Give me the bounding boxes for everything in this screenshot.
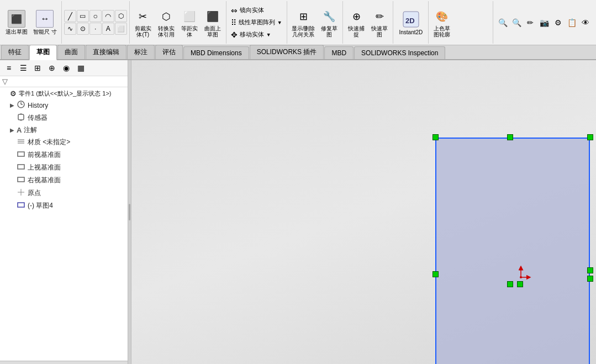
text-button[interactable]: A — [102, 23, 114, 35]
sidebar-icon-2[interactable]: ☰ — [17, 61, 30, 75]
handle-dim-1[interactable] — [507, 281, 513, 287]
exit-sketch-button[interactable]: ⬛ 退出草图 — [3, 8, 30, 36]
tree-item-annotation[interactable]: ▶ A 注解 — [1, 124, 126, 136]
quick-sketch-button[interactable]: ✏ 快速草图 — [368, 6, 391, 39]
convert-button[interactable]: ⬡ 转换实体引用 — [155, 6, 177, 39]
tab-solidworks-plugins[interactable]: SOLIDWORKS 插件 — [250, 45, 324, 59]
move-solid-button[interactable]: ✥ 移动实体 ▼ — [229, 29, 273, 40]
quick-snap-button[interactable]: ⊕ 快速捕捉 — [345, 6, 367, 39]
edit-icon[interactable]: ✏ — [524, 17, 536, 29]
tab-direct-edit[interactable]: 直接编辑 — [86, 45, 126, 59]
linear-array-label: 线性草图阵列 — [239, 18, 275, 27]
quick-snap-label: 快速捕捉 — [348, 25, 365, 38]
sketch4-label: (-) 草图4 — [28, 201, 53, 210]
handle-mid-left[interactable] — [433, 271, 439, 277]
list-icon[interactable]: 📋 — [566, 17, 578, 29]
handle-top-center[interactable] — [507, 134, 513, 140]
show-delete-button[interactable]: ⊞ 显示/删除几何关系 — [289, 6, 318, 39]
handle-dim-2[interactable] — [517, 281, 523, 287]
repair-label: 修复草图 — [321, 25, 337, 38]
repair-button[interactable]: 🔧 修复草图 — [318, 6, 340, 39]
sketch4-icon — [17, 201, 25, 211]
filter-icon[interactable]: ▽ — [2, 77, 8, 86]
search-icon-2[interactable]: 🔍 — [510, 17, 523, 29]
sidebar: ≡ ☰ ⊞ ⊕ ◉ ▦ ▽ ⚙ 零件1 (默认<<默认>_显示状态 1>) ▶ — [0, 60, 128, 364]
tab-sketch[interactable]: 草图 — [29, 45, 57, 60]
feature-tree: ⚙ 零件1 (默认<<默认>_显示状态 1>) ▶ History 传感器 — [0, 87, 128, 361]
svg-rect-5 — [18, 114, 24, 120]
tab-standard[interactable]: 标注 — [127, 45, 155, 59]
move-solid-label: 移动实体 — [240, 30, 264, 39]
canvas-area[interactable] — [131, 60, 596, 364]
trim-button[interactable]: ✂ 剪裁实体(T) — [132, 6, 154, 39]
instant2d-label: Instant2D — [399, 29, 423, 35]
circle-button[interactable]: ○ — [89, 10, 102, 22]
tab-mbd-dim[interactable]: MBD Dimensions — [183, 46, 249, 59]
offset-button[interactable]: ⬜ 等距实体 — [178, 6, 201, 39]
point-button[interactable]: · — [89, 23, 102, 35]
linear-array-button[interactable]: ⠿ 线性草图阵列 ▼ — [229, 17, 284, 28]
tree-item-material[interactable]: 材质 <未指定> — [1, 136, 126, 149]
sidebar-icon-3[interactable]: ⊞ — [31, 61, 44, 75]
tree-item-top[interactable]: 上视基准面 — [1, 161, 126, 174]
top-icon — [17, 162, 25, 173]
camera-icon[interactable]: 📷 — [538, 17, 550, 29]
tab-mbd[interactable]: MBD — [324, 46, 354, 59]
tree-item-history[interactable]: ▶ History — [1, 99, 126, 112]
construction-button[interactable]: ⬜ — [115, 23, 127, 35]
toolbar-group-1: ⬛ 退出草图 ↔ 智能尺 寸 — [1, 1, 62, 44]
ellipse-button[interactable]: ⊙ — [77, 23, 89, 35]
top-label: 上视基准面 — [28, 163, 61, 172]
tree-item-part1[interactable]: ⚙ 零件1 (默认<<默认>_显示状态 1>) — [1, 88, 126, 99]
gear-icon[interactable]: ⚙ — [552, 17, 564, 29]
sidebar-icon-6[interactable]: ▦ — [74, 61, 87, 75]
color-sketch-button[interactable]: 🎨 上色草图轮廓 — [431, 6, 453, 39]
canvas-background — [131, 60, 596, 364]
smart-dim-label: 智能尺 寸 — [33, 29, 57, 35]
part1-label: 零件1 (默认<<默认>_显示状态 1>) — [19, 89, 112, 98]
tree-item-front[interactable]: 前视基准面 — [1, 149, 126, 161]
color-sketch-label: 上色草图轮廓 — [434, 25, 450, 38]
handle-top-right[interactable] — [587, 134, 593, 140]
exit-sketch-label: 退出草图 — [6, 29, 28, 35]
rect-button[interactable]: ▭ — [77, 10, 89, 22]
surface-sketch-button[interactable]: ⬛ 曲面上草图 — [202, 6, 224, 39]
svg-rect-13 — [18, 177, 24, 182]
quick-sketch-label: 快速草图 — [371, 25, 388, 38]
tabs-bar: 特征 草图 曲面 直接编辑 标注 评估 MBD Dimensions SOLID… — [0, 45, 596, 60]
sidebar-icon-4[interactable]: ⊕ — [45, 61, 59, 75]
show-delete-label: 显示/删除几何关系 — [292, 25, 315, 38]
handle-top-left[interactable] — [433, 134, 439, 140]
spline-button[interactable]: ∿ — [64, 23, 76, 35]
svg-rect-12 — [18, 165, 24, 169]
handle-mid-right[interactable] — [587, 267, 593, 273]
sidebar-icon-1[interactable]: ≡ — [2, 61, 15, 75]
toolbar-group-7: 2D Instant2D — [393, 1, 429, 44]
tree-item-sketch4[interactable]: (-) 草图4 — [1, 199, 126, 212]
tab-feature[interactable]: 特征 — [1, 45, 29, 59]
smart-dim-button[interactable]: ↔ 智能尺 寸 — [31, 8, 59, 36]
tab-surface[interactable]: 曲面 — [57, 45, 85, 59]
annotation-icon: A — [17, 126, 22, 134]
offset-label: 等距实体 — [181, 25, 198, 38]
material-label: 材质 <未指定> — [28, 138, 70, 147]
toolbar-group-6: ⊕ 快速捕捉 ✏ 快速草图 — [343, 1, 393, 44]
tab-evaluate[interactable]: 评估 — [155, 45, 183, 59]
tree-item-sensor[interactable]: 传感器 — [1, 112, 126, 124]
polygon-button[interactable]: ⬡ — [115, 10, 127, 22]
instant2d-button[interactable]: 2D Instant2D — [397, 8, 425, 37]
origin-icon — [17, 188, 25, 198]
tree-item-origin[interactable]: 原点 — [1, 187, 126, 199]
line-button[interactable]: ╱ — [64, 10, 76, 22]
sidebar-filter-row: ▽ — [0, 76, 128, 87]
mirror-solid-button[interactable]: ⇔ 镜向实体 — [229, 5, 266, 16]
tab-sw-inspection[interactable]: SOLIDWORKS Inspection — [354, 46, 445, 59]
sidebar-icon-5[interactable]: ◉ — [60, 61, 73, 75]
tree-item-right[interactable]: 右视基准面 — [1, 174, 126, 187]
arc-button[interactable]: ◠ — [102, 10, 114, 22]
sidebar-resize-handle[interactable] — [0, 361, 128, 364]
handle-mid-right2[interactable] — [587, 276, 593, 282]
search-icon-1[interactable]: 🔍 — [497, 17, 509, 29]
main-content: ≡ ☰ ⊞ ⊕ ◉ ▦ ▽ ⚙ 零件1 (默认<<默认>_显示状态 1>) ▶ — [0, 60, 596, 364]
eye-icon[interactable]: 👁 — [579, 17, 592, 29]
